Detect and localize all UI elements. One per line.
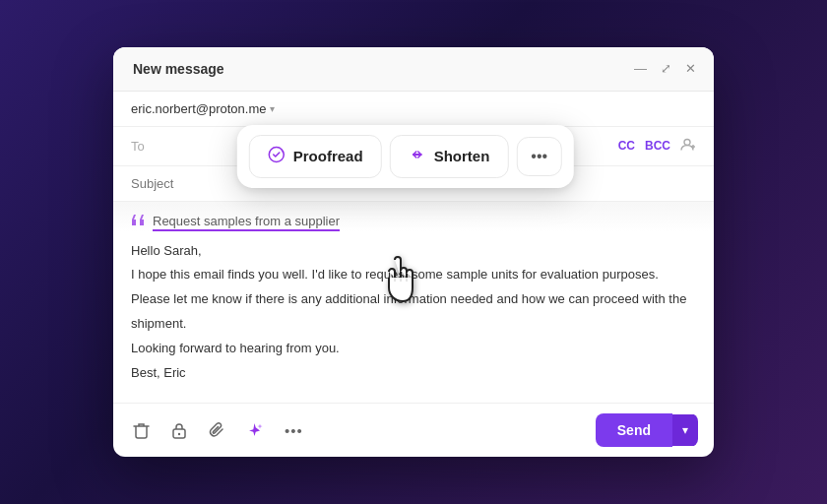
from-chevron-icon: ▾ <box>270 103 275 114</box>
lock-button[interactable] <box>167 418 191 443</box>
add-contact-icon[interactable] <box>680 137 696 156</box>
minimize-button[interactable]: — <box>634 62 647 75</box>
email-greeting: Hello Sarah, <box>131 241 696 262</box>
from-email-selector[interactable]: eric.norbert@proton.me ▾ <box>131 101 275 116</box>
send-button[interactable]: Send <box>596 413 672 447</box>
send-dropdown-button[interactable]: ▾ <box>672 414 698 446</box>
to-actions: CC BCC <box>618 137 696 156</box>
shorten-button[interactable]: Shorten <box>390 135 509 178</box>
close-button[interactable]: ✕ <box>685 62 696 75</box>
selected-text: Request samples from a supplier <box>153 214 340 231</box>
selection-quote-icon <box>131 214 147 230</box>
svg-point-8 <box>178 433 180 435</box>
ai-button[interactable] <box>242 418 267 443</box>
shorten-label: Shorten <box>434 148 490 164</box>
email-line4: Looking forward to hearing from you. <box>131 339 696 359</box>
compose-content-area[interactable]: Request samples from a supplier Hello Sa… <box>113 202 714 404</box>
from-row: eric.norbert@proton.me ▾ <box>113 92 714 127</box>
selected-text-row: Request samples from a supplier <box>131 214 696 231</box>
email-line3: shipment. <box>131 314 696 335</box>
ai-more-icon: ••• <box>531 148 547 165</box>
svg-point-0 <box>684 139 690 145</box>
email-body: Hello Sarah, I hope this email finds you… <box>131 241 696 384</box>
from-email-address: eric.norbert@proton.me <box>131 101 266 116</box>
toolbar-row: ••• Send ▾ <box>113 403 714 457</box>
proofread-label: Proofread <box>293 148 363 164</box>
compose-window: New message — ⤢ ✕ eric.norbert@proton.me… <box>113 47 714 458</box>
attach-button[interactable] <box>205 417 228 443</box>
delete-button[interactable] <box>129 418 154 443</box>
cc-button[interactable]: CC <box>618 139 635 153</box>
email-line1: I hope this email finds you well. I'd li… <box>131 265 696 285</box>
send-group: Send ▾ <box>596 413 698 447</box>
window-titlebar: New message — ⤢ ✕ <box>113 47 714 92</box>
proofread-button[interactable]: Proofread <box>249 135 382 178</box>
proofread-icon <box>268 146 286 167</box>
expand-button[interactable]: ⤢ <box>661 62 671 75</box>
window-controls: — ⤢ ✕ <box>634 62 696 75</box>
email-line2: Please let me know if there is any addit… <box>131 289 696 310</box>
more-dots: ••• <box>285 422 303 439</box>
send-dropdown-icon: ▾ <box>682 423 688 437</box>
ai-popup: Proofread Shorten ••• <box>237 125 574 188</box>
more-options-button[interactable]: ••• <box>281 418 307 443</box>
ai-more-button[interactable]: ••• <box>516 137 562 176</box>
email-closing: Best, Eric <box>131 363 696 384</box>
to-label: To <box>131 139 180 154</box>
bcc-button[interactable]: BCC <box>645 139 670 153</box>
shorten-icon <box>409 146 426 167</box>
window-title: New message <box>133 61 224 77</box>
